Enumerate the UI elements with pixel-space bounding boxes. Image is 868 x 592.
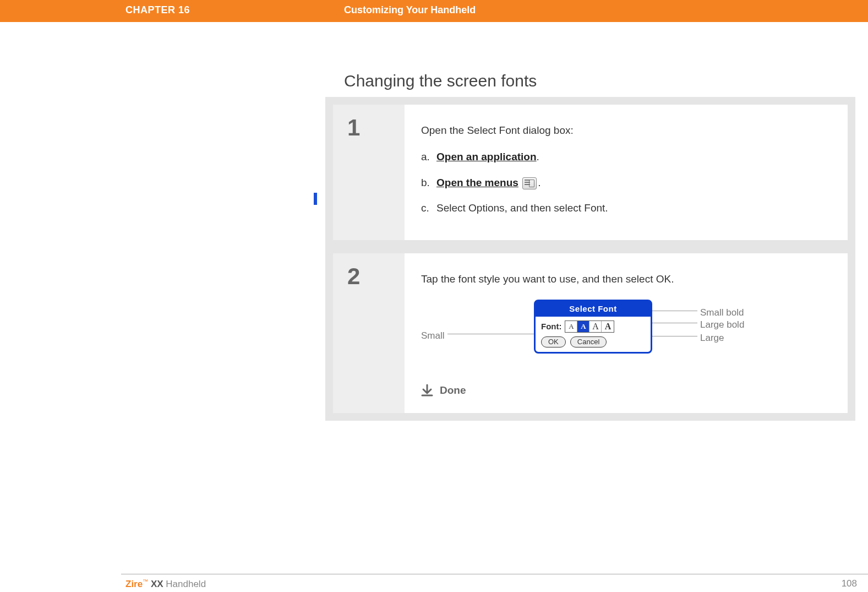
section-heading: Changing the screen fonts — [344, 72, 537, 90]
trademark-symbol: ™ — [143, 578, 148, 584]
done-label: Done — [440, 382, 466, 399]
page-footer: Zire™ XX Handheld 108 — [125, 578, 857, 590]
dialog-body: Font: A A A A OK Cancel — [536, 317, 651, 352]
sub-step-tail: . — [537, 151, 539, 162]
step-intro: Tap the font style you want to use, and … — [421, 271, 831, 287]
font-label: Font: — [541, 320, 561, 333]
font-option-large[interactable]: A — [589, 321, 602, 332]
page-number: 108 — [842, 578, 857, 590]
leader-line — [652, 323, 697, 323]
dialog-title: Select Font — [536, 301, 651, 317]
dialog-button-row: OK Cancel — [541, 336, 645, 347]
revision-mark — [314, 193, 317, 205]
sub-step-letter: c. — [421, 200, 436, 216]
model-name: XX — [148, 579, 163, 589]
step-list: 1 Open the Select Font dialog box: a. Op… — [333, 105, 848, 426]
sub-step-list: a. Open an application. b. Open the menu… — [421, 149, 831, 216]
font-option-small[interactable]: A — [565, 321, 577, 332]
step-body: Tap the font style you want to use, and … — [405, 253, 848, 414]
sub-step-letter: b. — [421, 175, 436, 191]
step-card: 1 Open the Select Font dialog box: a. Op… — [333, 105, 848, 240]
select-font-figure: Small Small bold Large bold Large Select… — [421, 295, 831, 372]
step-number-column: 2 — [333, 253, 405, 414]
open-menus-link[interactable]: Open the menus — [436, 177, 518, 188]
sub-step-tail: . — [538, 177, 541, 188]
menu-icon — [522, 177, 537, 189]
font-option-large-bold[interactable]: A — [602, 321, 614, 332]
callout-large: Large — [700, 330, 724, 345]
select-font-dialog: Select Font Font: A A A A — [534, 300, 652, 354]
step-intro: Open the Select Font dialog box: — [421, 122, 831, 139]
done-arrow-icon — [421, 384, 433, 397]
page: CHAPTER 16 Customizing Your Handheld Cha… — [0, 0, 868, 592]
open-application-link[interactable]: Open an application — [436, 151, 537, 162]
sub-step-letter: a. — [421, 149, 436, 165]
font-option-small-bold[interactable]: A — [577, 321, 589, 332]
sub-step: c. Select Options, and then select Font. — [421, 200, 831, 216]
step-number: 1 — [347, 115, 390, 141]
footer-brand-block: Zire™ XX Handheld — [125, 578, 206, 590]
brand-name: Zire — [125, 579, 143, 589]
done-indicator: Done — [421, 382, 831, 399]
sub-step-text: Open the menus . — [436, 175, 541, 191]
step-number-column: 1 — [333, 105, 405, 240]
header-bar: CHAPTER 16 Customizing Your Handheld — [0, 0, 868, 22]
chapter-label: CHAPTER 16 — [125, 4, 190, 16]
step-card: 2 Tap the font style you want to use, an… — [333, 253, 848, 414]
leader-line — [447, 334, 534, 334]
font-option-group: A A A A — [565, 321, 614, 333]
sub-step: a. Open an application. — [421, 149, 831, 165]
callout-small: Small — [421, 328, 445, 343]
leader-line — [652, 311, 697, 311]
step-body: Open the Select Font dialog box: a. Open… — [405, 105, 848, 240]
sub-step-text: Select Options, and then select Font. — [436, 200, 608, 216]
step-number: 2 — [347, 263, 390, 290]
chapter-title: Customizing Your Handheld — [344, 4, 476, 16]
footer-rule — [121, 574, 868, 574]
sub-step-text: Open an application. — [436, 149, 539, 165]
sub-step: b. Open the menus . — [421, 175, 831, 191]
product-suffix: Handheld — [163, 579, 206, 589]
font-row: Font: A A A A — [541, 320, 645, 333]
ok-button[interactable]: OK — [541, 336, 566, 347]
leader-line — [652, 336, 697, 336]
cancel-button[interactable]: Cancel — [570, 336, 607, 347]
